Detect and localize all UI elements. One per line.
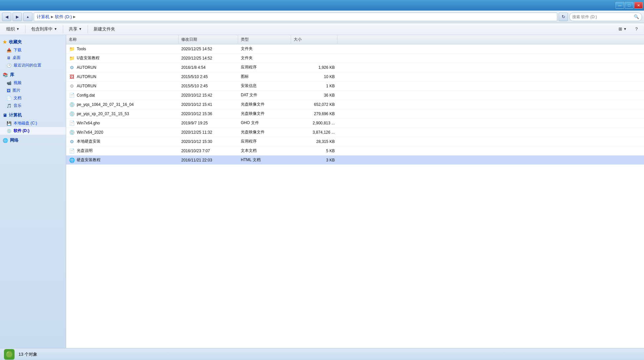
help-icon: ? xyxy=(635,26,638,31)
file-icon: 📄 xyxy=(69,120,75,126)
table-row[interactable]: ⚙ 本地硬盘安装 2020/10/12 15:30 应用程序 28,315 KB xyxy=(66,137,644,146)
sidebar-item-videos-label: 视频 xyxy=(14,80,21,86)
table-row[interactable]: 💿 pe_yqs_xp_20_07_31_15_53 2020/10/12 15… xyxy=(66,109,644,118)
toolbar-separator-2 xyxy=(63,25,63,33)
new-folder-button[interactable]: 新建文件夹 xyxy=(90,24,119,34)
file-date: 2016/11/21 22:03 xyxy=(179,156,238,164)
sidebar-item-documents-label: 文档 xyxy=(14,95,21,101)
table-row[interactable]: 📄 Win7x64.gho 2019/9/7 19:25 GHO 文件 2,90… xyxy=(66,118,644,128)
file-name: Tools xyxy=(77,47,86,51)
table-row[interactable]: ⚙ AUTORUN 2016/1/8 4:54 应用程序 1,926 KB xyxy=(66,63,644,72)
sidebar-item-desktop[interactable]: 🖥 桌面 xyxy=(0,54,66,62)
col-header-size[interactable]: 大小 xyxy=(291,35,337,44)
table-row[interactable]: 💿 pe_yqs_1064_20_07_31_16_04 2020/10/12 … xyxy=(66,100,644,109)
file-name: U盘安装教程 xyxy=(77,55,100,61)
breadcrumb-drive[interactable]: 软件 (D:) xyxy=(55,14,72,20)
sidebar-computer-header[interactable]: 🖥 计算机 xyxy=(0,111,66,119)
file-date: 2020/12/25 14:52 xyxy=(179,44,238,53)
sidebar-item-videos[interactable]: 📹 视频 xyxy=(0,79,66,87)
address-bar: ◀ ▶ ▲ 计算机 ▶ 软件 (D:) ▶ ↻ 🔍 xyxy=(0,11,644,23)
col-header-type[interactable]: 类型 xyxy=(238,35,291,44)
file-type: 安装信息 xyxy=(238,81,291,90)
table-row[interactable]: ⚙ AUTORUN 2015/5/10 2:45 安装信息 1 KB xyxy=(66,81,644,91)
file-type: DAT 文件 xyxy=(238,91,291,100)
table-row[interactable]: 🌐 硬盘安装教程 2016/11/21 22:03 HTML 文档 3 KB xyxy=(66,156,644,165)
drive-d-icon: 💿 xyxy=(7,129,12,133)
main-layout: ★ 收藏夹 📥 下载 🖥 桌面 🕐 最近访问的位置 📚 库 xyxy=(0,35,644,348)
organize-label: 组织 xyxy=(6,26,15,32)
help-button[interactable]: ? xyxy=(632,24,641,34)
file-date: 2020/10/12 15:30 xyxy=(179,137,238,146)
file-list: 📁 Tools 2020/12/25 14:52 文件夹 📁 U盘安装教程 20… xyxy=(66,44,644,165)
table-row[interactable]: 📄 Config.dat 2020/10/12 15:42 DAT 文件 36 … xyxy=(66,91,644,100)
sidebar-item-recent[interactable]: 🕐 最近访问的位置 xyxy=(0,62,66,69)
file-name: 硬盘安装教程 xyxy=(77,157,101,163)
status-app-icon: 🟢 xyxy=(4,349,15,360)
file-date: 2020/12/25 11:32 xyxy=(179,128,238,137)
table-row[interactable]: 💿 Win7x64_2020 2020/12/25 11:32 光盘映像文件 3… xyxy=(66,128,644,137)
sidebar-item-downloads[interactable]: 📥 下载 xyxy=(0,46,66,54)
file-name: AUTORUN xyxy=(77,84,96,88)
organize-button[interactable]: 组织 ▼ xyxy=(3,24,23,34)
file-size: 3,874,126 ... xyxy=(291,128,337,137)
table-row[interactable]: 📁 U盘安装教程 2020/12/25 14:52 文件夹 xyxy=(66,54,644,63)
file-size: 10 KB xyxy=(291,72,337,81)
videos-icon: 📹 xyxy=(7,81,12,85)
sidebar-item-drive-d[interactable]: 💿 软件 (D:) xyxy=(0,127,66,135)
close-button[interactable]: ✕ xyxy=(634,2,643,9)
table-row[interactable]: 📁 Tools 2020/12/25 14:52 文件夹 xyxy=(66,44,644,54)
sidebar-item-drive-c[interactable]: 💾 本地磁盘 (C:) xyxy=(0,119,66,127)
toolbar-right: ⊞ ▼ ? xyxy=(615,24,641,34)
file-date: 2020/12/25 14:52 xyxy=(179,54,238,63)
sidebar-item-music[interactable]: 🎵 音乐 xyxy=(0,102,66,110)
file-icon: 💿 xyxy=(69,111,75,117)
file-icon: ⚙ xyxy=(69,65,75,70)
up-button[interactable]: ▲ xyxy=(23,13,32,21)
file-date: 2016/10/23 7:07 xyxy=(179,146,238,155)
file-icon: 💿 xyxy=(69,129,75,135)
file-icon: 📄 xyxy=(69,148,75,154)
sidebar-item-pictures[interactable]: 🖼 图片 xyxy=(0,87,66,94)
breadcrumb-sep-2: ▶ xyxy=(73,15,76,19)
table-row[interactable]: 🖼 AUTORUN 2015/5/10 2:45 图标 10 KB xyxy=(66,72,644,81)
network-icon: 🌐 xyxy=(3,138,8,143)
maximize-button[interactable]: □ xyxy=(625,2,633,9)
file-icon: 🖼 xyxy=(69,74,75,80)
new-folder-label: 新建文件夹 xyxy=(94,26,115,32)
file-size xyxy=(291,54,337,63)
table-row[interactable]: 📄 光盘说明 2016/10/23 7:07 文本文档 5 KB xyxy=(66,146,644,156)
file-date: 2015/5/10 2:45 xyxy=(179,81,238,90)
status-bar: 🟢 13 个对象 xyxy=(0,348,644,360)
sidebar-library-label: 库 xyxy=(10,72,14,78)
file-size: 1,926 KB xyxy=(291,63,337,72)
file-icon: 📁 xyxy=(69,55,75,61)
col-header-name[interactable]: 名称 xyxy=(66,35,179,44)
view-button[interactable]: ⊞ ▼ xyxy=(615,24,630,34)
file-icon: 🌐 xyxy=(69,157,75,163)
add-to-library-button[interactable]: 包含到库中 ▼ xyxy=(27,24,61,34)
toolbar: 组织 ▼ 包含到库中 ▼ 共享 ▼ 新建文件夹 ⊞ ▼ ? xyxy=(0,23,644,35)
col-header-date[interactable]: 修改日期 xyxy=(179,35,238,44)
file-type: 文件夹 xyxy=(238,44,291,53)
back-button[interactable]: ◀ xyxy=(2,13,11,21)
documents-icon: 📄 xyxy=(7,96,12,101)
music-icon: 🎵 xyxy=(7,104,12,108)
file-pane: 名称 修改日期 类型 大小 📁 Tools 2020/12/25 14:52 文… xyxy=(66,35,644,348)
sidebar-favorites-header[interactable]: ★ 收藏夹 xyxy=(0,38,66,46)
file-date: 2016/1/8 4:54 xyxy=(179,63,238,72)
forward-button[interactable]: ▶ xyxy=(13,13,22,21)
sidebar-library-header[interactable]: 📚 库 xyxy=(0,70,66,79)
refresh-button[interactable]: ↻ xyxy=(559,13,568,21)
search-input[interactable] xyxy=(572,15,632,19)
minimize-button[interactable]: — xyxy=(616,2,624,9)
sidebar-network-header[interactable]: 🌐 网络 xyxy=(0,136,66,145)
sidebar-item-documents[interactable]: 📄 文档 xyxy=(0,94,66,102)
breadcrumb-computer[interactable]: 计算机 xyxy=(37,14,50,20)
file-name: AUTORUN xyxy=(77,74,96,79)
file-type: 应用程序 xyxy=(238,63,291,72)
sidebar-computer-section: 🖥 计算机 💾 本地磁盘 (C:) 💿 软件 (D:) xyxy=(0,111,66,135)
file-name: 光盘说明 xyxy=(77,148,93,154)
sidebar-library-section: 📚 库 📹 视频 🖼 图片 📄 文档 🎵 音乐 xyxy=(0,70,66,110)
share-button[interactable]: 共享 ▼ xyxy=(65,24,86,34)
recent-icon: 🕐 xyxy=(7,63,12,68)
